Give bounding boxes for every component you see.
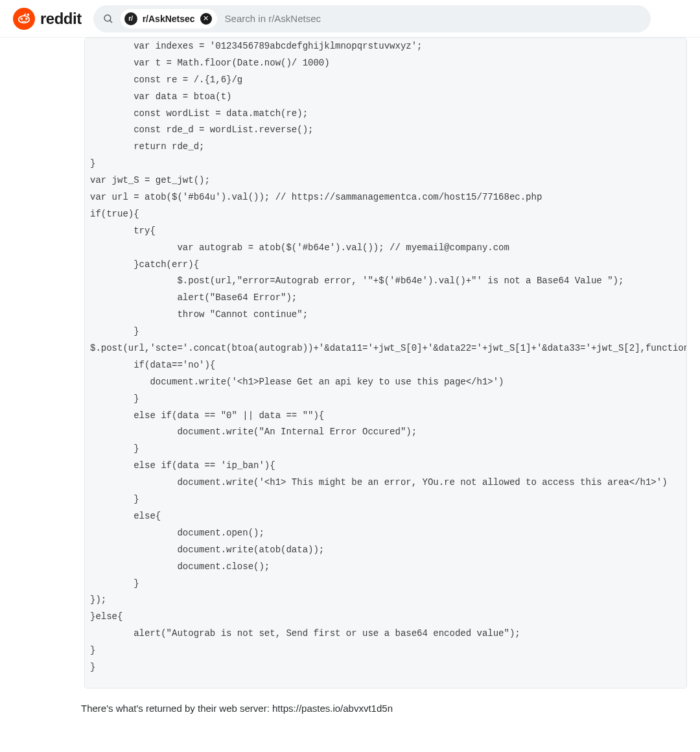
svg-point-1 (25, 18, 28, 20)
post-content: var indexes = '0123456789abcdefghijklmno… (0, 38, 700, 727)
search-bar[interactable]: r/ r/AskNetsec ✕ (93, 5, 651, 32)
brand-logo[interactable]: reddit (13, 8, 82, 30)
svg-line-5 (110, 20, 112, 23)
caption-prefix: There's what's returned by their web ser… (81, 703, 272, 714)
clear-scope-icon[interactable]: ✕ (200, 13, 212, 25)
caption-link[interactable]: https://pastes.io/abvxvt1d5n (272, 703, 393, 714)
caption-line: There's what's returned by their web ser… (81, 703, 687, 714)
search-scope-pill[interactable]: r/ r/AskNetsec ✕ (121, 9, 217, 29)
reddit-logo-icon (13, 8, 35, 30)
code-text: var indexes = '0123456789abcdefghijklmno… (85, 38, 686, 676)
code-block[interactable]: var indexes = '0123456789abcdefghijklmno… (84, 38, 687, 688)
svg-point-0 (21, 18, 23, 20)
svg-point-3 (27, 13, 30, 16)
search-icon (102, 13, 114, 25)
svg-point-4 (104, 15, 111, 21)
brand-name: reddit (40, 10, 82, 28)
search-scope-label: r/AskNetsec (143, 14, 195, 24)
search-input[interactable] (224, 12, 642, 25)
subreddit-avatar-icon: r/ (124, 12, 137, 25)
app-header: reddit r/ r/AskNetsec ✕ (0, 0, 700, 38)
